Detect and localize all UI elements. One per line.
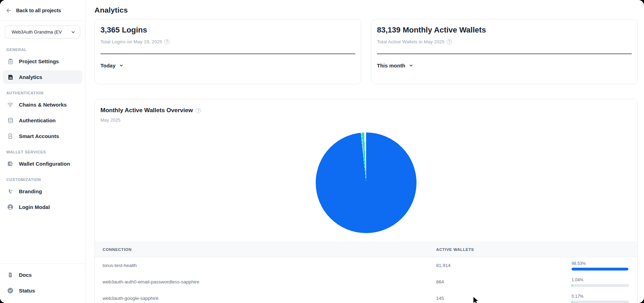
sidebar-nav: GENERAL Project Settings Analytics AUTHE… bbox=[0, 41, 85, 264]
active-wallets-count: 864 bbox=[436, 279, 572, 284]
section-label-general: GENERAL bbox=[6, 48, 79, 52]
table-row[interactable]: web3auth-auth0-email-passwordless-sapphi… bbox=[95, 274, 637, 290]
document-icon bbox=[7, 133, 14, 139]
percent-label: 0.17% bbox=[572, 294, 637, 299]
sidebar-item-branding[interactable]: Branding bbox=[3, 185, 82, 198]
web3auth-dashboard: Back to all projects Web3Auth Grandma (E… bbox=[0, 0, 644, 303]
sidebar-item-label: Smart Accounts bbox=[19, 133, 59, 139]
chart-baseline bbox=[377, 53, 632, 54]
sidebar-item-smart-accounts[interactable]: Smart Accounts bbox=[3, 129, 82, 143]
sidebar-item-label: Status bbox=[19, 288, 35, 294]
sidebar-item-label: Wallet Configuration bbox=[19, 161, 70, 167]
overview-title: Monthly Active Wallets Overview bbox=[100, 107, 193, 114]
table-row[interactable]: web3auth-google-sapphire 145 0.17% bbox=[95, 290, 637, 303]
column-header-connection: CONNECTION bbox=[103, 247, 436, 252]
back-to-projects-link[interactable]: Back to all projects bbox=[0, 0, 85, 21]
connection-name: web3auth-auth0-email-passwordless-sapphi… bbox=[103, 279, 436, 284]
main-content: Analytics 3,365 Logins Total Logins on M… bbox=[85, 0, 644, 303]
project-selector-dropdown[interactable]: Web3Auth Grandma (EV bbox=[5, 26, 80, 38]
project-name: Web3Auth Grandma (EV bbox=[12, 29, 62, 35]
active-wallets-pie-chart[interactable] bbox=[316, 132, 416, 233]
active-wallets-count: 145 bbox=[436, 296, 572, 301]
arrow-left-icon bbox=[6, 7, 12, 14]
chart-baseline bbox=[100, 53, 355, 54]
sidebar-item-label: Analytics bbox=[19, 74, 42, 80]
active-wallets-range-dropdown[interactable]: This month bbox=[377, 63, 413, 68]
chevron-down-icon bbox=[409, 63, 413, 68]
percent-bar bbox=[572, 268, 629, 270]
chevron-down-icon bbox=[71, 30, 76, 35]
percent-label: 1.04% bbox=[572, 277, 637, 282]
logins-range-dropdown[interactable]: Today bbox=[100, 63, 124, 68]
help-icon[interactable]: ? bbox=[447, 39, 452, 44]
bar-chart-icon bbox=[7, 74, 14, 80]
column-header-active-wallets: ACTIVE WALLETS bbox=[436, 247, 572, 252]
sidebar-item-label: Project Settings bbox=[19, 58, 59, 64]
sidebar-item-authentication[interactable]: Authentication bbox=[3, 114, 82, 127]
stat-cards-row: 3,365 Logins Total Logins on May 19, 202… bbox=[85, 14, 644, 84]
help-icon[interactable]: ? bbox=[164, 39, 169, 44]
sidebar-item-label: Docs bbox=[19, 272, 32, 278]
sidebar-item-label: Chains & Networks bbox=[19, 102, 67, 108]
page-title: Analytics bbox=[85, 0, 644, 14]
sidebar-item-wallet-configuration[interactable]: Wallet Configuration bbox=[3, 157, 82, 171]
database-icon bbox=[7, 117, 14, 124]
connections-table: CONNECTION ACTIVE WALLETS torus-test-hea… bbox=[95, 242, 637, 303]
sidebar-item-label: Branding bbox=[19, 188, 42, 194]
table-row[interactable]: torus-test-health 81,914 98.53% bbox=[95, 257, 637, 274]
connection-name: torus-test-health bbox=[103, 263, 436, 268]
active-wallets-stat-card: 83,139 Monthly Active Wallets Total Acti… bbox=[371, 19, 638, 84]
clipboard-icon bbox=[7, 58, 14, 65]
back-label: Back to all projects bbox=[16, 8, 61, 13]
connection-name: web3auth-google-sapphire bbox=[103, 296, 436, 301]
sidebar-item-project-settings[interactable]: Project Settings bbox=[3, 55, 82, 68]
percent-bar bbox=[572, 301, 629, 303]
sidebar-item-label: Authentication bbox=[19, 117, 56, 123]
sidebar-item-label: Login Modal bbox=[19, 204, 50, 210]
section-label-customization: CUSTOMIZATION bbox=[6, 178, 79, 182]
chevron-down-icon bbox=[119, 63, 124, 68]
brush-icon bbox=[7, 188, 14, 195]
sidebar-item-status[interactable]: Status bbox=[3, 284, 82, 297]
check-circle-icon bbox=[7, 287, 14, 294]
document-icon bbox=[7, 272, 14, 278]
section-label-wallet-services: WALLET SERVICES bbox=[6, 150, 79, 154]
monthly-active-wallets-overview-card: Monthly Active Wallets Overview ? May 20… bbox=[94, 99, 638, 303]
percent-bar bbox=[572, 284, 629, 287]
help-icon[interactable]: ? bbox=[196, 108, 201, 113]
user-circle-icon bbox=[7, 204, 14, 210]
active-wallets-value: 83,139 Monthly Active Wallets bbox=[377, 26, 632, 35]
sidebar-item-docs[interactable]: Docs bbox=[3, 268, 82, 282]
sidebar-item-chains-networks[interactable]: Chains & Networks bbox=[3, 98, 82, 111]
logins-value: 3,365 Logins bbox=[100, 26, 355, 35]
wifi-icon bbox=[7, 101, 14, 108]
active-wallets-subtitle: Total Active Wallets in May 2025 bbox=[377, 39, 444, 44]
percent-label: 98.53% bbox=[572, 261, 637, 266]
logins-subtitle: Total Logins on May 19, 2025 bbox=[100, 39, 162, 44]
overview-subtitle: May 2025 bbox=[100, 117, 632, 123]
sidebar-item-analytics[interactable]: Analytics bbox=[3, 70, 82, 84]
section-label-authentication: AUTHENTICATION bbox=[6, 91, 79, 95]
sidebar-footer: Docs Status bbox=[0, 264, 85, 303]
wallet-icon bbox=[7, 160, 14, 167]
active-wallets-count: 81,914 bbox=[436, 263, 572, 268]
mouse-cursor bbox=[472, 296, 480, 303]
sidebar: Back to all projects Web3Auth Grandma (E… bbox=[0, 0, 85, 303]
logins-stat-card: 3,365 Logins Total Logins on May 19, 202… bbox=[94, 19, 361, 84]
sidebar-item-login-modal[interactable]: Login Modal bbox=[3, 200, 82, 214]
table-header-row: CONNECTION ACTIVE WALLETS bbox=[95, 242, 637, 257]
